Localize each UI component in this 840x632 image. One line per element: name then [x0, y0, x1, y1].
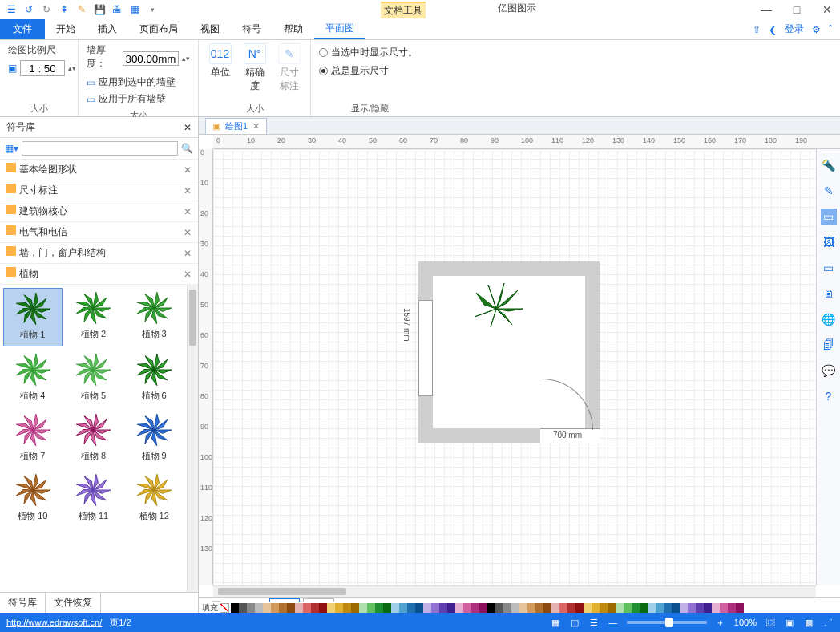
- zoom-slider[interactable]: [627, 621, 707, 624]
- fit-3-icon[interactable]: ▩: [803, 618, 814, 628]
- left-tab-recovery[interactable]: 文件恢复: [46, 593, 101, 613]
- stencil-shape[interactable]: 植物 12: [124, 470, 184, 527]
- category-row[interactable]: 植物✕: [0, 264, 198, 285]
- stencil-shape[interactable]: 植物 6: [124, 350, 184, 407]
- scale-stepper-icon[interactable]: ▴▾: [68, 64, 76, 72]
- category-row[interactable]: 墙，门，窗户和结构✕: [0, 243, 198, 264]
- doc-tab-1[interactable]: ▣ 绘图1 ✕: [205, 118, 267, 134]
- apply-selected-walls[interactable]: 应用到选中的墙壁: [99, 75, 176, 89]
- apply-all-walls[interactable]: 应用于所有墙壁: [99, 92, 166, 106]
- close-button[interactable]: ✕: [819, 3, 835, 16]
- close-panel-icon[interactable]: ✕: [184, 122, 192, 133]
- tab-floorplan[interactable]: 平面图: [314, 19, 365, 39]
- zoom-in-icon[interactable]: ＋: [715, 617, 726, 629]
- tab-start[interactable]: 开始: [45, 19, 87, 39]
- stencil-shape[interactable]: 植物 1: [3, 288, 63, 346]
- tab-insert[interactable]: 插入: [87, 19, 128, 39]
- print-icon[interactable]: 🖶: [111, 3, 123, 16]
- precision-button[interactable]: N°精确度: [241, 43, 268, 93]
- category-row[interactable]: 基本绘图形状✕: [0, 160, 198, 180]
- stencil-shape[interactable]: 植物 8: [64, 410, 123, 467]
- plant-shape[interactable]: [468, 281, 524, 329]
- view-mode-3-icon[interactable]: ☰: [588, 618, 600, 628]
- stencil-shape[interactable]: 植物 4: [3, 350, 63, 407]
- scale-icon[interactable]: ▣: [8, 63, 17, 74]
- settings-icon[interactable]: ⚙: [812, 24, 821, 35]
- view-mode-2-icon[interactable]: ◫: [569, 618, 580, 628]
- category-row[interactable]: 电气和电信✕: [0, 222, 198, 243]
- stencil-shape[interactable]: 植物 3: [124, 288, 184, 346]
- login-link[interactable]: 登录: [785, 22, 804, 36]
- window-controls: — □ ✕: [758, 3, 835, 16]
- stencil-shape[interactable]: 植物 9: [124, 410, 184, 467]
- undo-icon[interactable]: ↺: [22, 3, 35, 16]
- tab-help[interactable]: 帮助: [273, 19, 314, 39]
- resize-grip-icon[interactable]: ⋰: [822, 618, 834, 628]
- save-icon[interactable]: 💾: [93, 3, 106, 16]
- rt-find-icon[interactable]: 🔦: [821, 157, 837, 173]
- scale-input[interactable]: [20, 60, 65, 76]
- rt-note-icon[interactable]: ▭: [821, 260, 837, 276]
- stencil-shape[interactable]: 植物 10: [3, 470, 63, 527]
- grid-icon[interactable]: ▦: [128, 3, 141, 16]
- group-label-size3: 大小: [207, 101, 302, 115]
- tab-layout[interactable]: 页面布局: [128, 19, 189, 39]
- fit-2-icon[interactable]: ▣: [784, 618, 795, 628]
- zoom-out-icon[interactable]: —: [608, 618, 619, 627]
- rt-image-icon[interactable]: 🖼: [821, 234, 837, 250]
- radio-always-show[interactable]: [319, 67, 328, 75]
- drawing-canvas[interactable]: 1597 mm 700 mm: [213, 149, 816, 585]
- file-menu[interactable]: 文件: [0, 19, 45, 39]
- qat-more-icon[interactable]: ▾: [146, 3, 159, 16]
- fit-1-icon[interactable]: ⿴: [765, 618, 776, 627]
- quick-access-toolbar: ☰ ↺ ↻ ⇞ ✎ 💾 🖶 ▦ ▾: [5, 3, 159, 16]
- window-shape[interactable]: [418, 300, 433, 396]
- rt-globe-icon[interactable]: 🌐: [821, 311, 837, 327]
- redo-icon[interactable]: ↻: [40, 3, 53, 16]
- unit-button[interactable]: 012单位: [207, 43, 233, 79]
- color-swatches[interactable]: [231, 603, 744, 613]
- edit-icon[interactable]: ✎: [75, 3, 88, 16]
- collapse-ribbon-icon[interactable]: ˆ: [829, 24, 832, 35]
- rt-chat-icon[interactable]: 💬: [821, 363, 837, 379]
- wall-stepper-icon[interactable]: ▴▾: [182, 55, 190, 63]
- ruler-horizontal: 0102030405060708090100110120130140150160…: [213, 135, 840, 149]
- room-shape[interactable]: 1597 mm 700 mm: [418, 261, 600, 443]
- export-icon[interactable]: ⇞: [58, 3, 71, 16]
- ruler-vertical: 0102030405060708090100110120130: [199, 149, 213, 585]
- stencil-shape[interactable]: 植物 11: [64, 470, 123, 527]
- status-url[interactable]: http://www.edrawsoft.cn/: [6, 618, 102, 627]
- view-mode-1-icon[interactable]: ▦: [550, 618, 561, 628]
- rt-rect-icon[interactable]: ▭: [821, 209, 837, 225]
- stencil-scrollbar[interactable]: [187, 285, 198, 592]
- canvas-scrollbar-horizontal[interactable]: [213, 585, 816, 597]
- radio-show-when-selected[interactable]: [319, 48, 328, 57]
- search-icon[interactable]: 🔍: [181, 143, 193, 154]
- maximize-button[interactable]: □: [789, 3, 805, 16]
- tab-view[interactable]: 视图: [189, 19, 231, 39]
- stencil-shape[interactable]: 植物 2: [64, 288, 123, 346]
- rt-help-icon[interactable]: ?: [821, 388, 837, 404]
- no-fill-icon[interactable]: [220, 603, 229, 613]
- category-row[interactable]: 建筑物核心✕: [0, 201, 198, 222]
- symbol-search-input[interactable]: [22, 141, 178, 156]
- category-row[interactable]: 尺寸标注✕: [0, 180, 198, 201]
- stencil-shape[interactable]: 植物 5: [64, 350, 123, 407]
- symbol-library-title: 符号库: [6, 120, 35, 134]
- rt-edit-icon[interactable]: ✎: [821, 183, 837, 199]
- lib-picker-icon[interactable]: ▦▾: [5, 143, 18, 154]
- share2-icon[interactable]: ❮: [769, 24, 777, 35]
- work-area: 符号库✕ ▦▾ 🔍 基本绘图形状✕尺寸标注✕建筑物核心✕电气和电信✕墙，门，窗户…: [0, 117, 840, 613]
- wall-thickness-input[interactable]: [123, 51, 179, 66]
- tab-symbols[interactable]: 符号: [231, 19, 273, 39]
- rt-page-icon[interactable]: 🗐: [821, 337, 837, 353]
- doc-tab-close-icon[interactable]: ✕: [252, 121, 260, 132]
- minimize-button[interactable]: —: [758, 3, 774, 16]
- left-tab-library[interactable]: 符号库: [0, 593, 46, 613]
- share-icon[interactable]: ⇧: [753, 24, 761, 35]
- dimension-button[interactable]: ✎尺寸标注: [276, 43, 302, 93]
- stencil-shape[interactable]: 植物 7: [3, 410, 63, 467]
- rt-doc-icon[interactable]: 🗎: [821, 286, 837, 302]
- qat-menu-icon[interactable]: ☰: [5, 3, 18, 16]
- group-label-showhide: 显示/隐藏: [319, 101, 832, 115]
